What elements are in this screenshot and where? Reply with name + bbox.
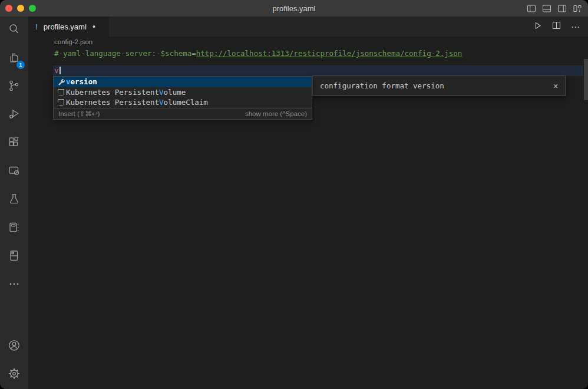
tab-profiles-yaml[interactable]: ! profiles.yaml ● — [28, 17, 109, 37]
code-line-comment: #yaml-language-server:$schema=http://loc… — [54, 48, 462, 58]
window-title: profiles.yaml — [0, 4, 588, 13]
suggest-insert-hint: Insert (⇧⌘↩) — [58, 110, 100, 118]
settings-gear-icon — [6, 366, 22, 384]
testing-icon — [7, 192, 21, 209]
editor-scrollbar[interactable] — [584, 59, 588, 100]
activity-bar: 1 — [0, 17, 28, 389]
suggest-show-more-hint[interactable]: show more (^Space) — [245, 110, 307, 117]
suggest-details-panel: configuration format version ✕ — [312, 75, 566, 96]
schema-link[interactable]: http://localhost:1313/resticprofile/json… — [196, 49, 463, 58]
suggest-label: version — [66, 77, 97, 86]
extensions-icon — [7, 136, 21, 152]
sidebar-item-testing[interactable] — [0, 186, 28, 215]
tab-bar: ! profiles.yaml ● ⋯ — [28, 17, 588, 37]
editor-more-actions-button[interactable]: ⋯ — [571, 22, 580, 31]
suggest-status-bar: Insert (⇧⌘↩) show more (^Space) — [54, 108, 312, 119]
tab-label: profiles.yaml — [44, 22, 87, 31]
close-icon[interactable]: ✕ — [553, 81, 558, 90]
source-control-icon — [7, 79, 21, 95]
run-button[interactable] — [533, 21, 542, 32]
search-icon — [7, 22, 21, 39]
sidebar-item-run-debug[interactable] — [0, 101, 28, 130]
more-icon — [7, 277, 21, 294]
sidebar-item-extensions[interactable] — [0, 130, 28, 158]
editor-pane[interactable]: #yaml-language-server:$schema=http://loc… — [28, 47, 588, 389]
sidebar-item-remote-explorer[interactable] — [0, 158, 28, 186]
suggest-widget: version Kubernetes PersistentVolume Kube… — [53, 76, 312, 120]
modified-dot-icon[interactable]: ● — [93, 24, 95, 29]
zoom-window-button[interactable] — [29, 5, 36, 12]
traffic-lights — [5, 5, 36, 12]
toggle-primary-sidebar-icon[interactable] — [527, 4, 536, 13]
property-wrench-icon — [56, 78, 66, 85]
toggle-panel-icon[interactable] — [542, 4, 551, 13]
snippet-icon — [56, 99, 66, 106]
minimize-window-button[interactable] — [17, 5, 24, 12]
sidebar-item-more[interactable] — [0, 271, 28, 299]
text-cursor — [60, 67, 61, 74]
sidebar-item-notebook[interactable] — [0, 215, 28, 243]
whitespace-dot — [156, 48, 161, 58]
customize-layout-icon[interactable] — [573, 4, 582, 13]
sidebar-item-database[interactable] — [0, 243, 28, 271]
sidebar-item-source-control[interactable] — [0, 73, 28, 101]
database-icon — [7, 249, 21, 265]
suggest-details-text: configuration format version — [320, 81, 444, 90]
suggest-item-version[interactable]: version — [54, 77, 312, 87]
account-icon — [6, 338, 22, 355]
suggest-item-persistentvolumeclaim[interactable]: Kubernetes PersistentVolumeClaim — [54, 97, 312, 108]
current-line-highlight — [53, 65, 583, 76]
vscode-window: profiles.yaml — [0, 0, 588, 389]
split-editor-button[interactable] — [552, 21, 561, 32]
account-button[interactable] — [0, 332, 28, 361]
breadcrumb-item[interactable]: config-2.json — [54, 38, 93, 45]
titlebar: profiles.yaml — [0, 0, 588, 17]
explorer-badge: 1 — [16, 61, 25, 69]
settings-button[interactable] — [0, 361, 28, 389]
toggle-secondary-sidebar-icon[interactable] — [557, 4, 567, 13]
suggest-label: Kubernetes PersistentVolumeClaim — [66, 98, 208, 107]
sidebar-item-search[interactable] — [0, 17, 28, 45]
sidebar-item-explorer[interactable]: 1 — [0, 45, 28, 73]
code-line-typed: v — [54, 65, 61, 76]
breadcrumb[interactable]: config-2.json — [28, 37, 588, 47]
notebook-icon — [7, 220, 21, 237]
run-debug-icon — [7, 107, 21, 124]
snippet-icon — [56, 89, 66, 95]
remote-explorer-icon — [7, 164, 21, 180]
yaml-file-icon: ! — [34, 22, 39, 31]
suggest-label: Kubernetes PersistentVolume — [66, 88, 186, 97]
whitespace-dot — [59, 48, 64, 58]
suggest-item-persistentvolume[interactable]: Kubernetes PersistentVolume — [54, 87, 312, 98]
close-window-button[interactable] — [5, 5, 12, 12]
